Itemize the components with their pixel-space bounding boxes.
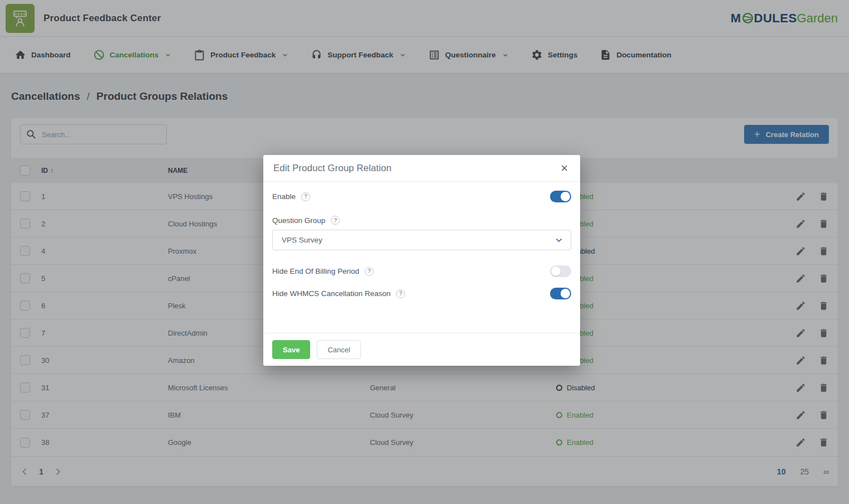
help-icon[interactable]: ? <box>396 289 405 298</box>
enable-toggle[interactable] <box>550 191 571 202</box>
help-icon[interactable]: ? <box>331 216 340 225</box>
save-button[interactable]: Save <box>272 340 310 359</box>
hide-whmcs-cancellation-reason-toggle[interactable] <box>550 288 571 299</box>
help-icon[interactable]: ? <box>301 192 310 201</box>
modal-title: Edit Product Group Relation <box>273 163 392 174</box>
close-icon[interactable]: × <box>558 161 570 176</box>
question-group-select[interactable]: VPS Survey <box>272 230 571 250</box>
enable-label: Enable <box>272 192 296 201</box>
edit-relation-modal: Edit Product Group Relation × Enable ? Q… <box>263 155 580 366</box>
hide-whmcs-cancellation-reason-label: Hide WHMCS Cancellation Reason <box>272 289 390 298</box>
hide-end-of-billing-period-label: Hide End Of Billing Period <box>272 267 359 275</box>
help-icon[interactable]: ? <box>365 267 374 276</box>
question-group-label: Question Group <box>272 216 325 225</box>
chevron-down-icon <box>555 236 563 244</box>
selected-question-group: VPS Survey <box>282 236 322 244</box>
cancel-button[interactable]: Cancel <box>317 340 360 359</box>
hide-end-of-billing-period-toggle[interactable] <box>550 265 571 277</box>
